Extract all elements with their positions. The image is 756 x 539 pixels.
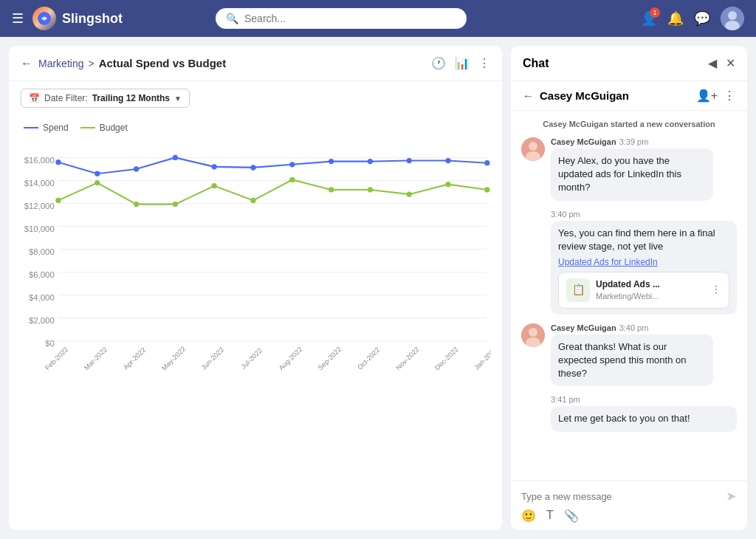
left-panel: ← Marketing > Actual Spend vs Budget 🕐 📊… xyxy=(9,46,502,530)
spend-legend-line xyxy=(24,127,38,128)
chart-wrapper: $16,000 $14,000 $12,000 $10,000 $8,000 $… xyxy=(16,140,490,530)
chat-messages: Casey McGuigan started a new conversatio… xyxy=(511,111,747,480)
attachment-info: Updated Ads ... Marketing/Webi... xyxy=(596,278,705,302)
app-logo xyxy=(32,7,56,30)
topnav: ☰ Slingshot 🔍 👤 1 🔔 💬 xyxy=(0,0,756,37)
svg-text:Aug-2022: Aug-2022 xyxy=(278,346,304,372)
user-nav-icon[interactable]: 👤 1 xyxy=(641,10,657,27)
attachment-file-icon: 📋 xyxy=(566,278,590,302)
message-row: Casey McGuigan 3:39 pm Hey Alex, do you … xyxy=(521,137,737,201)
svg-text:Jan-2023: Jan-2023 xyxy=(472,346,490,371)
message-meta: Casey McGuigan 3:40 pm xyxy=(551,323,713,332)
emoji-icon[interactable]: 🙂 xyxy=(521,509,536,523)
back-to-chats-button[interactable]: ← xyxy=(523,89,534,102)
breadcrumb-parent[interactable]: Marketing xyxy=(38,58,83,69)
breadcrumb-separator: > xyxy=(88,58,94,69)
svg-text:$8,000: $8,000 xyxy=(29,247,55,256)
svg-point-37 xyxy=(173,202,178,207)
svg-point-36 xyxy=(134,202,139,207)
chat-message-input[interactable] xyxy=(521,491,720,502)
date-filter-button[interactable]: 📅 Date Filter: Trailing 12 Months ▼ xyxy=(21,89,190,108)
text-format-icon[interactable]: T xyxy=(546,509,554,523)
message-bubble: Hey Alex, do you have the updated ads fo… xyxy=(551,148,713,201)
search-input[interactable] xyxy=(244,13,456,24)
user-avatar[interactable] xyxy=(721,7,744,30)
sender-name: Casey McGuigan xyxy=(551,323,616,332)
filter-bar: 📅 Date Filter: Trailing 12 Months ▼ xyxy=(9,81,502,115)
add-user-icon[interactable]: 👤+ xyxy=(696,89,718,103)
svg-text:$2,000: $2,000 xyxy=(29,316,55,325)
svg-text:$6,000: $6,000 xyxy=(29,270,55,279)
panel-actions: 🕐 📊 ⋮ xyxy=(431,56,490,70)
legend-spend: Spend xyxy=(24,123,69,133)
right-panel: Chat ◀ ✕ ← Casey McGuigan 👤+ ⋮ Casey McG… xyxy=(511,46,747,530)
sender-name: Casey McGuigan xyxy=(551,137,616,146)
svg-point-45 xyxy=(484,187,489,192)
reply-meta: 3:41 pm xyxy=(551,395,737,404)
chart-icon[interactable]: 📊 xyxy=(455,56,470,70)
svg-text:Oct-2022: Oct-2022 xyxy=(356,346,381,371)
svg-point-40 xyxy=(289,177,295,182)
app-name: Slingshot xyxy=(62,11,123,27)
notification-badge: 1 xyxy=(650,7,660,18)
attachment-card: 📋 Updated Ads ... Marketing/Webi... ⋮ xyxy=(558,272,729,309)
svg-text:Sep-2022: Sep-2022 xyxy=(317,346,343,372)
svg-point-22 xyxy=(55,159,61,165)
svg-text:$4,000: $4,000 xyxy=(29,293,55,302)
svg-text:Jul-2022: Jul-2022 xyxy=(240,347,264,371)
bell-icon[interactable]: 🔔 xyxy=(667,10,684,27)
svg-point-28 xyxy=(289,162,295,167)
chat-title: Chat xyxy=(523,57,708,70)
main-content: ← Marketing > Actual Spend vs Budget 🕐 📊… xyxy=(0,37,756,539)
svg-point-38 xyxy=(212,183,217,188)
attachment-link[interactable]: Updated Ads for LinkedIn xyxy=(558,256,729,269)
chart-area: Spend Budget $16,000 $14,000 $12,000 $10… xyxy=(9,115,502,530)
svg-text:$0: $0 xyxy=(45,339,55,348)
svg-point-59 xyxy=(529,142,537,151)
svg-point-30 xyxy=(368,159,373,164)
send-button[interactable]: ➤ xyxy=(726,488,737,504)
system-message: Casey McGuigan started a new conversatio… xyxy=(521,120,737,128)
svg-point-42 xyxy=(368,187,373,192)
chat-more-icon[interactable]: ⋮ xyxy=(724,89,735,103)
svg-text:$12,000: $12,000 xyxy=(24,202,55,210)
svg-point-41 xyxy=(329,187,334,192)
hamburger-icon[interactable]: ☰ xyxy=(12,10,24,27)
message-meta: Casey McGuigan 3:39 pm xyxy=(551,137,713,146)
breadcrumb-current: Actual Spend vs Budget xyxy=(99,57,227,69)
reply-bubble-wrap: 3:41 pm Let me get back to you on that! xyxy=(551,395,737,431)
svg-point-25 xyxy=(173,155,178,160)
reply-bubble-wrap: 3:40 pm Yes, you can find them here in a… xyxy=(551,210,737,315)
collapse-chat-icon[interactable]: ◀ xyxy=(708,56,717,70)
message-bubble: Great thanks! What is our expected spend… xyxy=(551,334,713,387)
svg-text:Feb-2022: Feb-2022 xyxy=(44,346,69,371)
svg-text:May-2022: May-2022 xyxy=(160,346,187,372)
attach-icon[interactable]: 📎 xyxy=(564,509,579,523)
svg-point-33 xyxy=(484,160,489,165)
svg-text:Dec-2022: Dec-2022 xyxy=(433,346,460,372)
close-chat-icon[interactable]: ✕ xyxy=(726,56,735,70)
search-icon: 🔍 xyxy=(226,13,238,24)
message-time: 3:40 pm xyxy=(619,323,649,332)
svg-text:Apr-2022: Apr-2022 xyxy=(122,346,147,371)
svg-text:$10,000: $10,000 xyxy=(24,224,55,233)
back-button[interactable]: ← xyxy=(21,57,32,70)
filter-icon: 📅 xyxy=(29,93,40,103)
chat-nav-icon[interactable]: 💬 xyxy=(694,10,710,27)
filter-value: Trailing 12 Months xyxy=(92,93,170,103)
svg-point-43 xyxy=(407,192,412,197)
chat-user-name: Casey McGuigan xyxy=(540,89,690,102)
svg-point-26 xyxy=(212,164,217,169)
schedule-icon[interactable]: 🕐 xyxy=(431,56,446,70)
chat-header: Chat ◀ ✕ xyxy=(511,46,747,81)
attachment-more-icon[interactable]: ⋮ xyxy=(711,283,721,298)
chat-input-area: ➤ 🙂 T 📎 xyxy=(511,480,747,530)
chat-header-icons: ◀ ✕ xyxy=(708,56,735,70)
svg-point-34 xyxy=(55,198,61,203)
more-options-icon[interactable]: ⋮ xyxy=(478,56,490,70)
svg-text:Mar-2022: Mar-2022 xyxy=(83,346,109,371)
budget-label: Budget xyxy=(100,123,128,133)
svg-text:Nov-2022: Nov-2022 xyxy=(394,346,421,372)
svg-point-23 xyxy=(94,171,100,176)
svg-text:Jun-2022: Jun-2022 xyxy=(200,346,225,371)
